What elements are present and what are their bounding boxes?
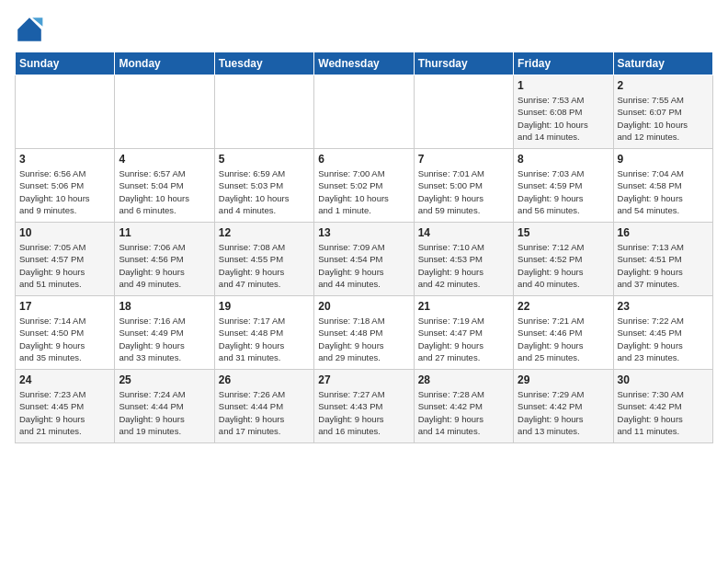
day-number: 16 (618, 226, 709, 239)
calendar-cell: 2Sunrise: 7:55 AM Sunset: 6:07 PM Daylig… (613, 75, 712, 149)
day-number: 24 (19, 373, 110, 386)
calendar-cell: 30Sunrise: 7:30 AM Sunset: 4:42 PM Dayli… (613, 370, 712, 443)
calendar-cell: 5Sunrise: 6:59 AM Sunset: 5:03 PM Daylig… (214, 149, 313, 223)
calendar-week-2: 3Sunrise: 6:56 AM Sunset: 5:06 PM Daylig… (16, 149, 713, 223)
calendar-header-row: SundayMondayTuesdayWednesdayThursdayFrid… (16, 52, 713, 75)
calendar-cell: 26Sunrise: 7:26 AM Sunset: 4:44 PM Dayli… (214, 370, 313, 443)
day-info: Sunrise: 6:57 AM Sunset: 5:04 PM Dayligh… (119, 167, 210, 216)
calendar-cell: 14Sunrise: 7:10 AM Sunset: 4:53 PM Dayli… (414, 223, 513, 296)
calendar-cell: 6Sunrise: 7:00 AM Sunset: 5:02 PM Daylig… (314, 149, 414, 223)
calendar-cell: 1Sunrise: 7:53 AM Sunset: 6:08 PM Daylig… (514, 75, 613, 149)
day-number: 18 (119, 300, 210, 313)
calendar-cell: 8Sunrise: 7:03 AM Sunset: 4:59 PM Daylig… (514, 149, 613, 223)
calendar-cell (414, 75, 513, 149)
calendar-cell: 22Sunrise: 7:21 AM Sunset: 4:46 PM Dayli… (514, 296, 613, 370)
day-number: 28 (418, 373, 509, 386)
day-number: 27 (318, 373, 409, 386)
logo-icon (15, 15, 44, 44)
column-header-sunday: Sunday (16, 52, 115, 75)
day-info: Sunrise: 7:18 AM Sunset: 4:48 PM Dayligh… (318, 315, 409, 363)
day-number: 12 (219, 226, 310, 239)
calendar-cell: 9Sunrise: 7:04 AM Sunset: 4:58 PM Daylig… (613, 149, 712, 223)
day-number: 20 (318, 300, 409, 313)
calendar-week-3: 10Sunrise: 7:05 AM Sunset: 4:57 PM Dayli… (16, 223, 713, 296)
calendar-cell: 17Sunrise: 7:14 AM Sunset: 4:50 PM Dayli… (16, 296, 115, 370)
calendar-cell: 28Sunrise: 7:28 AM Sunset: 4:42 PM Dayli… (414, 370, 513, 443)
calendar-cell: 19Sunrise: 7:17 AM Sunset: 4:48 PM Dayli… (214, 296, 313, 370)
day-number: 11 (119, 226, 210, 239)
day-number: 8 (518, 153, 609, 166)
day-number: 6 (318, 153, 409, 166)
calendar-cell: 10Sunrise: 7:05 AM Sunset: 4:57 PM Dayli… (16, 223, 115, 296)
calendar-cell: 23Sunrise: 7:22 AM Sunset: 4:45 PM Dayli… (613, 296, 712, 370)
day-number: 25 (119, 373, 210, 386)
day-info: Sunrise: 7:17 AM Sunset: 4:48 PM Dayligh… (219, 315, 310, 363)
day-info: Sunrise: 7:09 AM Sunset: 4:54 PM Dayligh… (318, 241, 409, 290)
day-info: Sunrise: 7:53 AM Sunset: 6:08 PM Dayligh… (518, 94, 609, 143)
day-info: Sunrise: 7:28 AM Sunset: 4:42 PM Dayligh… (418, 388, 509, 437)
day-number: 9 (618, 153, 709, 166)
day-info: Sunrise: 7:16 AM Sunset: 4:49 PM Dayligh… (119, 315, 210, 363)
day-info: Sunrise: 7:13 AM Sunset: 4:51 PM Dayligh… (618, 241, 709, 290)
column-header-monday: Monday (115, 52, 214, 75)
day-number: 29 (518, 373, 609, 386)
day-number: 10 (19, 226, 110, 239)
calendar-cell: 13Sunrise: 7:09 AM Sunset: 4:54 PM Dayli… (314, 223, 414, 296)
column-header-saturday: Saturday (613, 52, 712, 75)
calendar-week-4: 17Sunrise: 7:14 AM Sunset: 4:50 PM Dayli… (16, 296, 713, 370)
day-number: 22 (518, 300, 609, 313)
day-info: Sunrise: 7:23 AM Sunset: 4:45 PM Dayligh… (19, 388, 110, 437)
calendar-cell: 18Sunrise: 7:16 AM Sunset: 4:49 PM Dayli… (115, 296, 214, 370)
calendar-cell: 29Sunrise: 7:29 AM Sunset: 4:42 PM Dayli… (514, 370, 613, 443)
calendar-table: SundayMondayTuesdayWednesdayThursdayFrid… (15, 52, 713, 443)
day-info: Sunrise: 7:10 AM Sunset: 4:53 PM Dayligh… (418, 241, 509, 290)
calendar-cell: 3Sunrise: 6:56 AM Sunset: 5:06 PM Daylig… (16, 149, 115, 223)
day-info: Sunrise: 7:30 AM Sunset: 4:42 PM Dayligh… (618, 388, 709, 437)
day-number: 17 (19, 300, 110, 313)
calendar-cell (16, 75, 115, 149)
calendar-cell (314, 75, 414, 149)
day-number: 21 (418, 300, 509, 313)
day-info: Sunrise: 7:05 AM Sunset: 4:57 PM Dayligh… (19, 241, 110, 290)
day-info: Sunrise: 7:03 AM Sunset: 4:59 PM Dayligh… (518, 167, 609, 216)
day-info: Sunrise: 7:55 AM Sunset: 6:07 PM Dayligh… (618, 94, 709, 143)
day-number: 26 (219, 373, 310, 386)
day-number: 15 (518, 226, 609, 239)
column-header-friday: Friday (514, 52, 613, 75)
calendar-cell: 7Sunrise: 7:01 AM Sunset: 5:00 PM Daylig… (414, 149, 513, 223)
calendar-cell: 20Sunrise: 7:18 AM Sunset: 4:48 PM Dayli… (314, 296, 414, 370)
day-number: 4 (119, 153, 210, 166)
calendar-cell: 15Sunrise: 7:12 AM Sunset: 4:52 PM Dayli… (514, 223, 613, 296)
day-number: 30 (618, 373, 709, 386)
day-info: Sunrise: 7:08 AM Sunset: 4:55 PM Dayligh… (219, 241, 310, 290)
day-info: Sunrise: 6:56 AM Sunset: 5:06 PM Dayligh… (19, 167, 110, 216)
day-number: 5 (219, 153, 310, 166)
page-header (15, 15, 713, 44)
day-info: Sunrise: 7:14 AM Sunset: 4:50 PM Dayligh… (19, 315, 110, 363)
day-number: 2 (618, 79, 709, 92)
column-header-wednesday: Wednesday (314, 52, 414, 75)
logo (15, 15, 48, 44)
day-info: Sunrise: 7:22 AM Sunset: 4:45 PM Dayligh… (618, 315, 709, 363)
day-info: Sunrise: 7:06 AM Sunset: 4:56 PM Dayligh… (119, 241, 210, 290)
calendar-cell: 4Sunrise: 6:57 AM Sunset: 5:04 PM Daylig… (115, 149, 214, 223)
day-info: Sunrise: 7:12 AM Sunset: 4:52 PM Dayligh… (518, 241, 609, 290)
day-number: 3 (19, 153, 110, 166)
day-info: Sunrise: 7:21 AM Sunset: 4:46 PM Dayligh… (518, 315, 609, 363)
day-info: Sunrise: 7:00 AM Sunset: 5:02 PM Dayligh… (318, 167, 409, 216)
column-header-thursday: Thursday (414, 52, 513, 75)
day-info: Sunrise: 7:24 AM Sunset: 4:44 PM Dayligh… (119, 388, 210, 437)
calendar-cell: 21Sunrise: 7:19 AM Sunset: 4:47 PM Dayli… (414, 296, 513, 370)
column-header-tuesday: Tuesday (214, 52, 313, 75)
day-info: Sunrise: 7:26 AM Sunset: 4:44 PM Dayligh… (219, 388, 310, 437)
calendar-cell: 25Sunrise: 7:24 AM Sunset: 4:44 PM Dayli… (115, 370, 214, 443)
calendar-week-1: 1Sunrise: 7:53 AM Sunset: 6:08 PM Daylig… (16, 75, 713, 149)
day-number: 7 (418, 153, 509, 166)
calendar-cell: 24Sunrise: 7:23 AM Sunset: 4:45 PM Dayli… (16, 370, 115, 443)
calendar-cell: 12Sunrise: 7:08 AM Sunset: 4:55 PM Dayli… (214, 223, 313, 296)
day-number: 13 (318, 226, 409, 239)
calendar-cell (214, 75, 313, 149)
day-number: 1 (518, 79, 609, 92)
day-number: 23 (618, 300, 709, 313)
calendar-cell: 27Sunrise: 7:27 AM Sunset: 4:43 PM Dayli… (314, 370, 414, 443)
